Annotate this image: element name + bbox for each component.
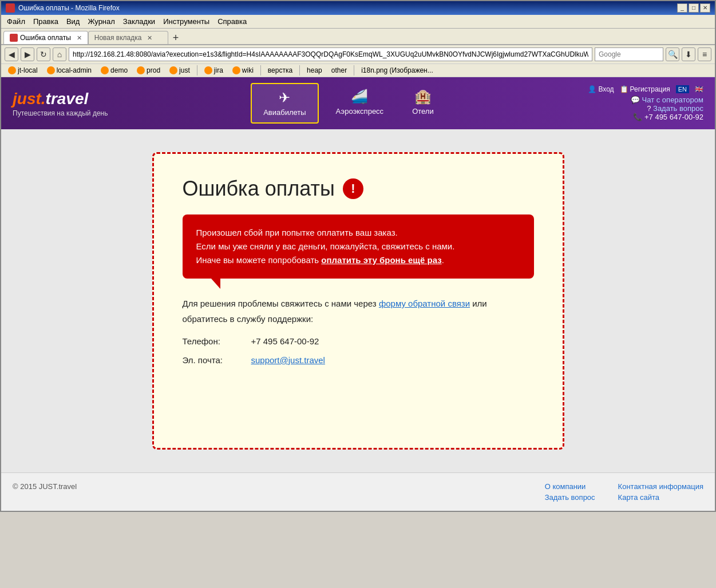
nav-tab-hotels[interactable]: 🏨 Отели — [401, 83, 445, 124]
separator — [299, 65, 300, 76]
error-title: Ошибка оплаты ! — [183, 177, 534, 201]
contact-intro-label: Для решения проблемы свяжитесь с нами че… — [183, 299, 379, 308]
title-bar-buttons[interactable]: _ □ ✕ — [677, 3, 710, 13]
forward-button[interactable]: ▶ — [21, 47, 34, 61]
auth-links: 👤 Вход 📋 Регистрация EN 🇬🇧 — [588, 85, 703, 93]
new-tab-button[interactable]: + — [168, 32, 184, 44]
bookmark-icon — [8, 66, 16, 74]
bookmark-jira[interactable]: jira — [201, 65, 227, 76]
footer-sitemap[interactable]: Карта сайта — [618, 493, 703, 502]
browser-favicon — [6, 3, 15, 13]
error-message-box: Произошел сбой при попытке оплатить ваш … — [183, 214, 534, 279]
menu-file[interactable]: Файл — [3, 16, 29, 27]
chat-link[interactable]: 💬 Чат с оператором — [588, 96, 703, 104]
email-link[interactable]: support@just.travel — [251, 352, 325, 368]
bookmark-other[interactable]: other — [328, 65, 350, 76]
search-input[interactable] — [595, 47, 663, 61]
menu-edit[interactable]: Правка — [30, 16, 62, 27]
bookmark-label: prod — [147, 66, 160, 74]
maximize-button[interactable]: □ — [689, 3, 699, 13]
menu-bookmarks[interactable]: Закладки — [120, 16, 159, 27]
footer-ask[interactable]: Задать вопрос — [545, 493, 595, 502]
phone-number: +7 495 647-00-92 — [644, 113, 703, 121]
browser-title: Ошибка оплаты - Mozilla Firefox — [18, 4, 120, 12]
hotels-icon: 🏨 — [414, 89, 432, 105]
feedback-form-link[interactable]: форму обратной связи — [379, 299, 470, 308]
menu-view[interactable]: Вид — [63, 16, 84, 27]
bookmark-wiki[interactable]: wiki — [229, 65, 257, 76]
bookmark-prod[interactable]: prod — [133, 65, 164, 76]
bookmark-label: demo — [110, 66, 128, 74]
language-selector[interactable]: EN — [676, 85, 689, 93]
bookmark-label: heap — [307, 66, 322, 74]
nav-tab-flights[interactable]: ✈ Авиабилеты — [251, 83, 318, 124]
logo[interactable]: just.travel — [13, 90, 108, 108]
bookmark-i18n[interactable]: i18n.png (Изображен... — [358, 65, 437, 76]
site-wrapper: just.travel Путешествия на каждый день ✈… — [1, 77, 715, 511]
email-row: Эл. почта: support@just.travel — [183, 352, 534, 368]
error-message-before: Иначе вы можете попробовать — [196, 255, 322, 265]
nav-tab-flights-label: Авиабилеты — [263, 108, 306, 117]
bookmark-label: local-admin — [57, 66, 92, 74]
tab-active[interactable]: Ошибка оплаты ✕ — [3, 31, 88, 44]
bookmark-local-admin[interactable]: local-admin — [43, 65, 95, 76]
title-bar: Ошибка оплаты - Mozilla Firefox _ □ ✕ — [1, 1, 715, 15]
bookmark-label: jira — [214, 66, 223, 74]
footer-about[interactable]: О компании — [545, 482, 595, 491]
separator — [260, 65, 261, 76]
ask-link[interactable]: ? Задать вопрос — [588, 104, 703, 113]
browser-window: Ошибка оплаты - Mozilla Firefox _ □ ✕ Фа… — [0, 0, 716, 512]
bookmark-icon — [101, 66, 109, 74]
aeroexpress-icon: 🚄 — [351, 89, 368, 105]
url-input[interactable] — [69, 47, 592, 61]
download-button[interactable]: ⬇ — [682, 47, 695, 61]
site-content: Ошибка оплаты ! Произошел сбой при попыт… — [1, 129, 715, 472]
question-icon: ? — [647, 104, 651, 113]
nav-tab-aeroexpress-label: Аэроэкспресс — [336, 107, 384, 116]
menu-button[interactable]: ≡ — [698, 47, 711, 61]
bookmark-icon — [169, 66, 177, 74]
tab-bar: Ошибка оплаты ✕ Новая вкладка ✕ + — [1, 29, 715, 45]
retry-payment-link[interactable]: оплатить эту бронь ещё раз — [321, 255, 441, 265]
header-right: 👤 Вход 📋 Регистрация EN 🇬🇧 💬 Чат с опера… — [588, 85, 703, 121]
contact-intro-text: Для решения проблемы свяжитесь с нами че… — [183, 296, 534, 327]
menu-bar: Файл Правка Вид Журнал Закладки Инструме… — [1, 15, 715, 29]
nav-tab-aeroexpress[interactable]: 🚄 Аэроэкспресс — [325, 83, 395, 124]
error-message-line1: Произошел сбой при попытке оплатить ваш … — [196, 226, 520, 240]
tab-close-inactive[interactable]: ✕ — [147, 34, 152, 42]
phone-icon: 📞 — [633, 113, 642, 121]
home-button[interactable]: ⌂ — [53, 47, 66, 61]
address-bar: ◀ ▶ ↻ ⌂ 🔍 ⬇ ≡ — [1, 45, 715, 64]
tab-close-active[interactable]: ✕ — [77, 34, 82, 42]
back-button[interactable]: ◀ — [5, 47, 18, 61]
tab-inactive[interactable]: Новая вкладка ✕ — [88, 31, 168, 44]
minimize-button[interactable]: _ — [677, 3, 687, 13]
register-link[interactable]: 📋 Регистрация — [620, 85, 670, 93]
zoom-button[interactable]: 🔍 — [666, 47, 679, 61]
menu-history[interactable]: Журнал — [84, 16, 118, 27]
bookmark-heap[interactable]: heap — [303, 65, 326, 76]
menu-tools[interactable]: Инструменты — [160, 16, 213, 27]
bookmark-icon — [204, 66, 212, 74]
menu-help[interactable]: Справка — [214, 16, 250, 27]
site-header: just.travel Путешествия на каждый день ✈… — [1, 77, 715, 129]
phone-row: Телефон: +7 495 647-00-92 — [183, 333, 534, 349]
bookmark-label: just — [179, 66, 190, 74]
bookmark-jt-local[interactable]: jt-local — [5, 65, 41, 76]
chat-icon: 💬 — [631, 96, 640, 104]
login-label: Вход — [598, 85, 614, 93]
chat-label[interactable]: Чат с оператором — [642, 96, 703, 104]
login-link[interactable]: 👤 Вход — [588, 85, 614, 93]
separator — [354, 65, 354, 76]
footer-contacts[interactable]: Контактная информация — [618, 482, 703, 491]
nav-tab-hotels-label: Отели — [412, 107, 434, 116]
bookmark-verstka[interactable]: верстка — [264, 65, 296, 76]
error-title-text: Ошибка оплаты — [183, 177, 335, 201]
ask-label[interactable]: Задать вопрос — [653, 104, 703, 113]
error-icon-label: ! — [351, 181, 355, 196]
reload-button[interactable]: ↻ — [37, 47, 50, 61]
close-button[interactable]: ✕ — [700, 3, 710, 13]
error-icon: ! — [343, 178, 363, 199]
bookmark-just[interactable]: just — [166, 65, 193, 76]
bookmark-demo[interactable]: demo — [97, 65, 131, 76]
